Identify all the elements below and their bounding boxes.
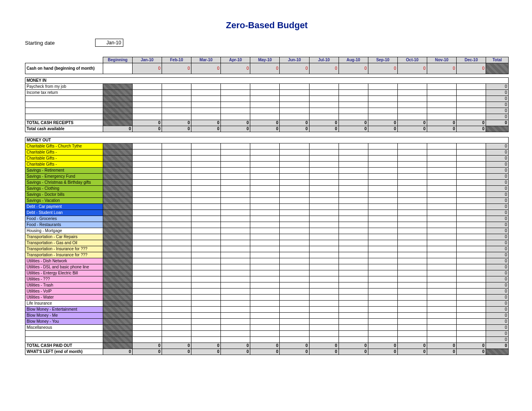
row-label[interactable]: Housing - Mortgage xyxy=(25,228,103,234)
cell[interactable] xyxy=(280,149,309,156)
cell[interactable] xyxy=(457,246,486,252)
cell[interactable]: 0 xyxy=(132,63,162,74)
cell[interactable] xyxy=(250,234,280,240)
cell[interactable] xyxy=(132,149,162,156)
cell[interactable] xyxy=(368,156,397,162)
cell[interactable] xyxy=(309,228,339,234)
cell[interactable] xyxy=(339,156,368,162)
cell[interactable] xyxy=(427,143,456,149)
cell[interactable] xyxy=(339,210,368,216)
cell[interactable] xyxy=(221,168,250,174)
cell[interactable] xyxy=(280,295,309,301)
cell[interactable] xyxy=(427,108,456,114)
cell[interactable] xyxy=(368,240,397,246)
cell[interactable] xyxy=(457,240,486,246)
cell[interactable] xyxy=(309,337,339,343)
cell[interactable] xyxy=(368,337,397,343)
cell[interactable] xyxy=(250,186,280,192)
cell[interactable] xyxy=(162,210,191,216)
cell[interactable] xyxy=(132,313,162,319)
row-label[interactable]: Blow Money - Me xyxy=(25,313,103,319)
cell[interactable] xyxy=(309,186,339,192)
cell[interactable] xyxy=(368,246,397,252)
cell[interactable] xyxy=(397,102,427,108)
row-label[interactable] xyxy=(25,108,103,114)
cell[interactable] xyxy=(457,210,486,216)
cell[interactable] xyxy=(339,228,368,234)
cell[interactable] xyxy=(397,149,427,156)
cell[interactable] xyxy=(339,186,368,192)
cell[interactable] xyxy=(457,282,486,289)
cell[interactable] xyxy=(162,192,191,198)
cell[interactable] xyxy=(427,204,456,210)
col-month[interactable]: Jul-10 xyxy=(309,57,339,63)
cell[interactable] xyxy=(132,282,162,289)
cell[interactable] xyxy=(397,192,427,198)
cell[interactable] xyxy=(457,204,486,210)
cell[interactable] xyxy=(397,216,427,222)
cell[interactable] xyxy=(427,84,456,90)
cell[interactable] xyxy=(309,289,339,295)
cell[interactable] xyxy=(309,307,339,313)
cell[interactable] xyxy=(309,108,339,114)
cell[interactable] xyxy=(221,90,250,96)
cell[interactable] xyxy=(457,108,486,114)
cell[interactable] xyxy=(162,264,191,270)
cell[interactable] xyxy=(162,307,191,313)
cell[interactable] xyxy=(427,325,456,331)
cell[interactable] xyxy=(397,270,427,276)
cell[interactable] xyxy=(132,234,162,240)
cell[interactable] xyxy=(457,143,486,149)
cell[interactable] xyxy=(162,301,191,307)
cell[interactable] xyxy=(132,180,162,186)
cell[interactable] xyxy=(368,319,397,325)
cell[interactable] xyxy=(250,168,280,174)
cell[interactable] xyxy=(162,114,191,120)
cell[interactable] xyxy=(457,307,486,313)
cell[interactable] xyxy=(250,276,280,282)
cell[interactable] xyxy=(221,162,250,168)
cell[interactable] xyxy=(191,240,221,246)
cell[interactable] xyxy=(221,228,250,234)
cell[interactable] xyxy=(457,168,486,174)
cell[interactable] xyxy=(309,149,339,156)
cell[interactable] xyxy=(162,228,191,234)
cell[interactable] xyxy=(397,289,427,295)
cell[interactable] xyxy=(427,264,456,270)
cell[interactable] xyxy=(250,198,280,204)
cell[interactable] xyxy=(280,114,309,120)
cell[interactable] xyxy=(397,325,427,331)
row-label[interactable]: Food - Restaurants xyxy=(25,222,103,228)
cell[interactable] xyxy=(250,210,280,216)
cell[interactable] xyxy=(457,252,486,258)
cell[interactable] xyxy=(339,234,368,240)
cell[interactable] xyxy=(191,149,221,156)
cell[interactable] xyxy=(191,198,221,204)
cell[interactable] xyxy=(397,295,427,301)
cell[interactable] xyxy=(339,264,368,270)
cell[interactable] xyxy=(221,313,250,319)
cell[interactable] xyxy=(191,264,221,270)
cell[interactable] xyxy=(162,162,191,168)
cell[interactable] xyxy=(132,307,162,313)
cell[interactable] xyxy=(457,295,486,301)
cell[interactable] xyxy=(427,90,456,96)
cell[interactable] xyxy=(368,149,397,156)
cell[interactable] xyxy=(162,156,191,162)
cell[interactable] xyxy=(427,289,456,295)
cell[interactable] xyxy=(132,90,162,96)
cell[interactable] xyxy=(250,301,280,307)
cell[interactable] xyxy=(427,295,456,301)
cell[interactable] xyxy=(221,192,250,198)
cell[interactable] xyxy=(250,258,280,264)
row-label[interactable]: Charitable Gifts - xyxy=(25,156,103,162)
cell[interactable] xyxy=(339,174,368,180)
row-label[interactable]: Charitable Gifts - Church Tythe xyxy=(25,143,103,149)
cell[interactable] xyxy=(132,216,162,222)
cell[interactable] xyxy=(162,84,191,90)
cell[interactable] xyxy=(280,276,309,282)
cell[interactable] xyxy=(368,143,397,149)
cell[interactable] xyxy=(397,313,427,319)
cell[interactable] xyxy=(250,282,280,289)
row-label[interactable]: Utilities - VoIP xyxy=(25,289,103,295)
